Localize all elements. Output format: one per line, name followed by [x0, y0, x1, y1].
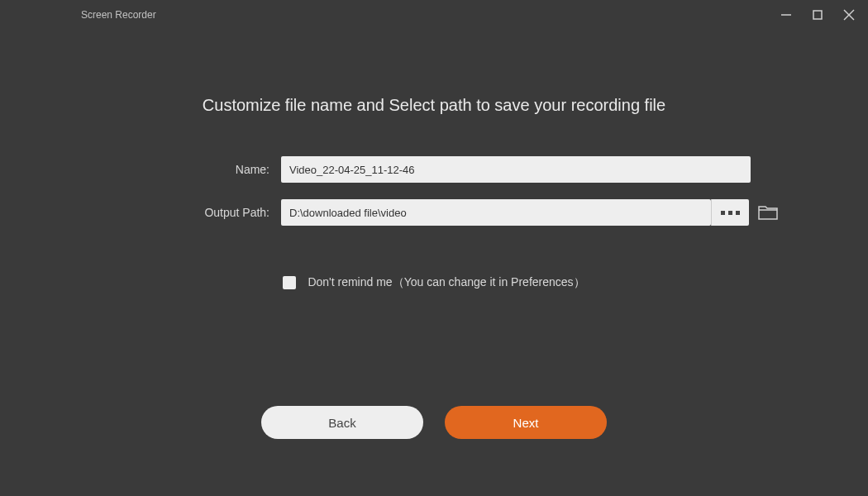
output-path-label: Output Path:	[182, 206, 281, 219]
minimize-icon	[780, 9, 792, 21]
output-path-input-wrapper	[281, 199, 749, 226]
folder-icon	[758, 204, 778, 221]
action-buttons: Back Next	[261, 406, 607, 439]
output-path-group	[281, 199, 779, 226]
window-controls	[777, 6, 861, 24]
output-path-input[interactable]	[281, 199, 711, 226]
maximize-icon	[813, 10, 823, 20]
close-button[interactable]	[840, 6, 858, 24]
name-input[interactable]	[281, 156, 751, 183]
svg-rect-1	[813, 11, 822, 19]
window-title: Screen Recorder	[15, 9, 156, 21]
output-path-row: Output Path:	[74, 199, 794, 226]
dialog-content: Customize file name and Select path to s…	[0, 30, 868, 439]
browse-button[interactable]	[711, 199, 749, 226]
dont-remind-label: Don't remind me（You can change it in Pre…	[308, 275, 584, 290]
maximize-button[interactable]	[808, 6, 827, 24]
minimize-button[interactable]	[777, 6, 795, 24]
next-button[interactable]: Next	[445, 406, 607, 439]
name-row: Name:	[74, 156, 794, 183]
back-button[interactable]: Back	[261, 406, 423, 439]
ellipsis-icon	[721, 211, 740, 215]
close-icon	[843, 9, 855, 21]
name-label: Name:	[182, 163, 281, 176]
dont-remind-checkbox[interactable]	[283, 276, 296, 289]
titlebar: Screen Recorder	[0, 0, 868, 30]
dont-remind-row: Don't remind me（You can change it in Pre…	[283, 275, 584, 290]
open-folder-button[interactable]	[757, 203, 779, 222]
dialog-heading: Customize file name and Select path to s…	[203, 96, 665, 115]
